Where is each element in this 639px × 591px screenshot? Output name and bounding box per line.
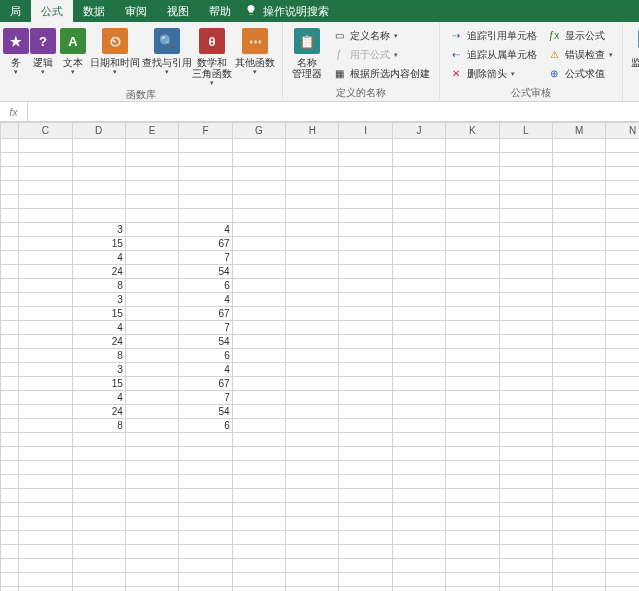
cell-H33[interactable] [286,587,339,592]
cell-J6[interactable] [392,209,445,223]
cell-C16[interactable] [19,349,72,363]
cell-I14[interactable] [339,321,392,335]
show-formulas-button[interactable]: ƒx 显示公式 [544,26,616,45]
cell[interactable] [1,363,19,377]
cell[interactable] [1,265,19,279]
cell[interactable] [1,307,19,321]
cell-M2[interactable] [553,153,606,167]
cell-G10[interactable] [232,265,285,279]
cell-E7[interactable] [125,223,178,237]
cell-D3[interactable] [72,167,125,181]
cell-E12[interactable] [125,293,178,307]
tell-me-search[interactable]: 操作说明搜索 [241,0,329,22]
cell-C11[interactable] [19,279,72,293]
evaluate-formula-button[interactable]: ⊕ 公式求值 [544,64,616,83]
cell-N11[interactable] [606,279,639,293]
cell-D32[interactable] [72,573,125,587]
cell-E29[interactable] [125,531,178,545]
cell-L30[interactable] [499,545,552,559]
cell-J28[interactable] [392,517,445,531]
cell[interactable] [1,447,19,461]
cell-H15[interactable] [286,335,339,349]
cell-C18[interactable] [19,377,72,391]
cell-C6[interactable] [19,209,72,223]
cell-K2[interactable] [446,153,499,167]
cell-G17[interactable] [232,363,285,377]
cell-G20[interactable] [232,405,285,419]
cell-L12[interactable] [499,293,552,307]
cell-H25[interactable] [286,475,339,489]
cell-C9[interactable] [19,251,72,265]
cell-H13[interactable] [286,307,339,321]
cell-J26[interactable] [392,489,445,503]
cell[interactable] [1,405,19,419]
cell-G22[interactable] [232,433,285,447]
cell[interactable] [1,587,19,592]
cell-F24[interactable] [179,461,232,475]
cell-D8[interactable]: 15 [72,237,125,251]
cell-F28[interactable] [179,517,232,531]
cell-J10[interactable] [392,265,445,279]
cell-K6[interactable] [446,209,499,223]
cell-F6[interactable] [179,209,232,223]
col-header-N[interactable]: N [606,123,639,139]
cell-E30[interactable] [125,545,178,559]
cell-D26[interactable] [72,489,125,503]
cell-M33[interactable] [553,587,606,592]
cell-G27[interactable] [232,503,285,517]
cell-G11[interactable] [232,279,285,293]
cell-G25[interactable] [232,475,285,489]
cell-C4[interactable] [19,181,72,195]
cell-L19[interactable] [499,391,552,405]
cell-M18[interactable] [553,377,606,391]
cell-D2[interactable] [72,153,125,167]
cell[interactable] [1,279,19,293]
cell-L6[interactable] [499,209,552,223]
cell-D14[interactable]: 4 [72,321,125,335]
cell-H30[interactable] [286,545,339,559]
trace-precedents-button[interactable]: ⇢ 追踪引用单元格 [446,26,540,45]
cell-M24[interactable] [553,461,606,475]
cell-L8[interactable] [499,237,552,251]
cell-E19[interactable] [125,391,178,405]
use-in-formula-button[interactable]: ƒ 用于公式 ▾ [329,45,433,64]
col-header-C[interactable]: C [19,123,72,139]
cell-K10[interactable] [446,265,499,279]
col-header-H[interactable]: H [286,123,339,139]
cell-I5[interactable] [339,195,392,209]
cell-J23[interactable] [392,447,445,461]
cell-M25[interactable] [553,475,606,489]
col-header-G[interactable]: G [232,123,285,139]
cell-F2[interactable] [179,153,232,167]
cell[interactable] [1,503,19,517]
cell-G32[interactable] [232,573,285,587]
col-header-M[interactable]: M [553,123,606,139]
cell-M28[interactable] [553,517,606,531]
cell-C1[interactable] [19,139,72,153]
cell-K13[interactable] [446,307,499,321]
cell-M17[interactable] [553,363,606,377]
cell-E15[interactable] [125,335,178,349]
cell-K5[interactable] [446,195,499,209]
cell-J25[interactable] [392,475,445,489]
cell-C14[interactable] [19,321,72,335]
cell-C31[interactable] [19,559,72,573]
cell-N5[interactable] [606,195,639,209]
cell-E5[interactable] [125,195,178,209]
cell-I22[interactable] [339,433,392,447]
cell-C29[interactable] [19,531,72,545]
cell-J2[interactable] [392,153,445,167]
cell-E4[interactable] [125,181,178,195]
cell-N3[interactable] [606,167,639,181]
cell-K23[interactable] [446,447,499,461]
cell-G29[interactable] [232,531,285,545]
cell-H2[interactable] [286,153,339,167]
cell-N32[interactable] [606,573,639,587]
cell-L11[interactable] [499,279,552,293]
cell-D24[interactable] [72,461,125,475]
cell-F33[interactable] [179,587,232,592]
cell-N21[interactable] [606,419,639,433]
cell[interactable] [1,321,19,335]
cell-H22[interactable] [286,433,339,447]
cell-J5[interactable] [392,195,445,209]
